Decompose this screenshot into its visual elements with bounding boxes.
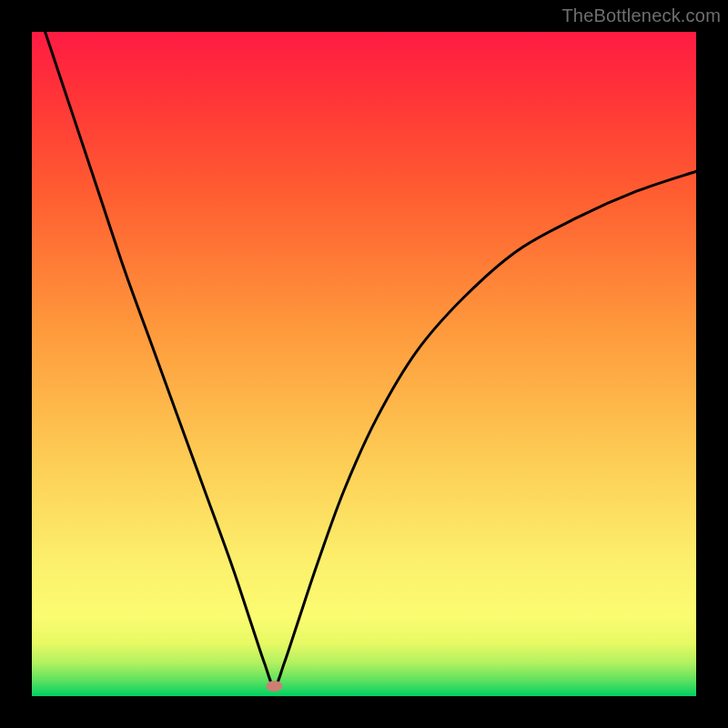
optimum-marker: [266, 681, 282, 692]
chart-svg: [32, 32, 696, 696]
plot-area: [32, 32, 696, 696]
watermark-text: TheBottleneck.com: [561, 5, 721, 26]
gradient-background: [32, 32, 696, 696]
chart-frame: TheBottleneck.com: [0, 0, 728, 728]
